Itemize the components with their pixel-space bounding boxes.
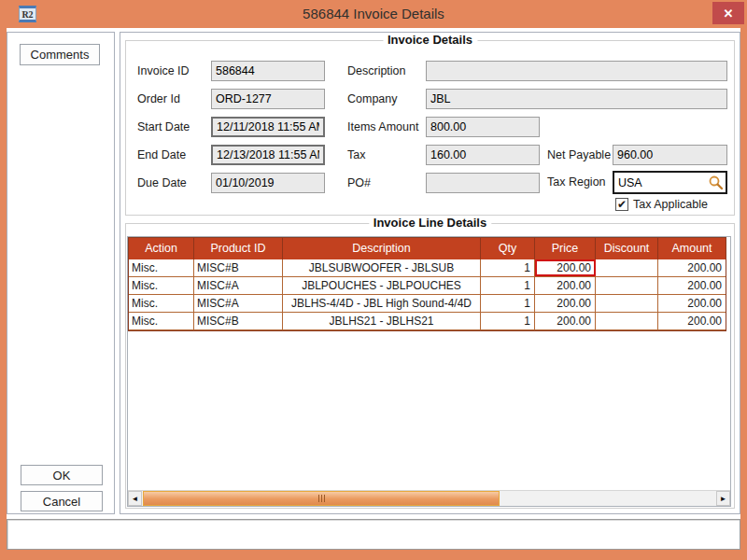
invoice-details-groupbox: Invoice Details Invoice ID Order Id Star… (125, 40, 735, 216)
cell-discount[interactable] (596, 277, 658, 294)
cell-discount[interactable] (596, 313, 658, 329)
invoice-details-group-title: Invoice Details (383, 33, 477, 47)
cell-discount[interactable] (596, 295, 658, 312)
cell-description[interactable]: JBLSUBWOOFER - JBLSUB (283, 259, 481, 276)
due-date-field[interactable] (211, 173, 325, 193)
comments-button[interactable]: Comments (20, 44, 100, 65)
line-items-table: Action Product ID Description Qty Price … (128, 237, 726, 331)
cell-amount[interactable]: 200.00 (658, 295, 726, 312)
column-header-description[interactable]: Description (283, 238, 481, 259)
dialog-body: Comments OK Cancel Invoice Details Invoi… (7, 28, 740, 550)
tax-applicable-checkbox[interactable]: ✔ (615, 198, 628, 211)
table-row[interactable]: Misc. MISC#B JBLSUBWOOFER - JBLSUB 1 200… (129, 259, 726, 277)
cell-action[interactable]: Misc. (129, 295, 194, 312)
end-date-field[interactable] (211, 145, 325, 165)
cell-qty[interactable]: 1 (481, 277, 535, 294)
items-amount-label: Items Amount (347, 117, 418, 137)
scroll-right-icon[interactable]: ► (716, 491, 730, 506)
column-header-price[interactable]: Price (535, 238, 596, 259)
cell-qty[interactable]: 1 (481, 295, 535, 312)
cell-price[interactable]: 200.00 (535, 313, 596, 329)
company-label: Company (347, 89, 398, 109)
ok-button[interactable]: OK (21, 465, 103, 485)
table-header-row: Action Product ID Description Qty Price … (129, 238, 726, 259)
scrollbar-grip (324, 495, 325, 502)
cell-description[interactable]: JBLPOUCHES - JBLPOUCHES (283, 277, 481, 294)
net-payable-field[interactable] (613, 145, 727, 165)
invoice-id-label: Invoice ID (137, 61, 190, 81)
cell-action[interactable]: Misc. (129, 313, 194, 329)
cell-product-id[interactable]: MISC#A (194, 277, 283, 294)
start-date-field[interactable] (211, 117, 325, 137)
tax-region-label: Tax Region (547, 172, 606, 192)
title-bar[interactable]: R2 586844 Invoice Details ✕ (0, 0, 747, 28)
po-number-label: PO# (347, 173, 371, 193)
column-header-qty[interactable]: Qty (481, 238, 535, 259)
search-icon[interactable] (708, 175, 724, 190)
cell-product-id[interactable]: MISC#B (194, 313, 283, 329)
horizontal-scrollbar[interactable]: ◄ ► (128, 490, 730, 506)
scrollbar-grip (321, 495, 322, 502)
scrollbar-grip (318, 495, 319, 502)
cell-discount[interactable] (596, 259, 658, 276)
column-header-action[interactable]: Action (129, 238, 194, 259)
po-number-field[interactable] (426, 173, 540, 193)
tax-region-field[interactable]: USA (613, 171, 727, 194)
cell-qty[interactable]: 1 (481, 313, 535, 329)
column-header-amount[interactable]: Amount (658, 238, 726, 259)
invoice-line-details-groupbox: Invoice Line Details Action Product ID D… (125, 223, 735, 509)
tax-applicable-label: Tax Applicable (633, 198, 708, 211)
close-icon[interactable]: ✕ (712, 2, 744, 24)
cell-amount[interactable]: 200.00 (658, 259, 726, 276)
net-payable-label: Net Payable (547, 145, 611, 165)
tax-label: Tax (347, 145, 365, 165)
table-row[interactable]: Misc. MISC#B JBLHS21 - JBLHS21 1 200.00 … (129, 313, 726, 330)
cell-product-id[interactable]: MISC#A (194, 295, 283, 312)
cell-price-selected[interactable]: 200.00 (535, 259, 596, 276)
company-field[interactable] (426, 89, 727, 109)
cancel-button[interactable]: Cancel (21, 491, 103, 511)
main-panel: Invoice Details Invoice ID Order Id Star… (120, 32, 740, 514)
cell-amount[interactable]: 200.00 (658, 313, 726, 329)
cell-action[interactable]: Misc. (129, 277, 194, 294)
cell-description[interactable]: JBLHS-4/4D - JBL High Sound-4/4D (283, 295, 481, 312)
table-row[interactable]: Misc. MISC#A JBLPOUCHES - JBLPOUCHES 1 2… (129, 277, 726, 295)
due-date-label: Due Date (137, 173, 187, 193)
cell-action[interactable]: Misc. (129, 259, 194, 276)
description-field[interactable] (426, 61, 727, 81)
description-label: Description (347, 61, 406, 81)
order-id-field[interactable] (211, 89, 325, 109)
window-title: 586844 Invoice Details (0, 0, 747, 28)
cell-qty[interactable]: 1 (481, 259, 535, 276)
scrollbar-thumb[interactable] (143, 491, 500, 506)
items-amount-field[interactable] (426, 117, 540, 137)
start-date-label: Start Date (137, 117, 190, 137)
column-header-product-id[interactable]: Product ID (194, 238, 283, 259)
end-date-label: End Date (137, 145, 186, 165)
invoice-id-field[interactable] (211, 61, 325, 81)
cell-product-id[interactable]: MISC#B (194, 259, 283, 276)
cell-amount[interactable]: 200.00 (658, 277, 726, 294)
scroll-left-icon[interactable]: ◄ (128, 491, 142, 506)
cell-price[interactable]: 200.00 (535, 277, 596, 294)
cell-description[interactable]: JBLHS21 - JBLHS21 (283, 313, 481, 329)
tax-field[interactable] (426, 145, 540, 165)
column-header-discount[interactable]: Discount (596, 238, 658, 259)
line-items-grid: Action Product ID Description Qty Price … (127, 236, 731, 507)
invoice-line-details-group-title: Invoice Line Details (369, 216, 491, 230)
cell-price[interactable]: 200.00 (535, 295, 596, 312)
order-id-label: Order Id (137, 89, 180, 109)
tax-region-value: USA (618, 176, 708, 189)
left-panel: Comments OK Cancel (7, 32, 115, 514)
status-message-box (7, 519, 740, 550)
table-row[interactable]: Misc. MISC#A JBLHS-4/4D - JBL High Sound… (129, 295, 726, 313)
